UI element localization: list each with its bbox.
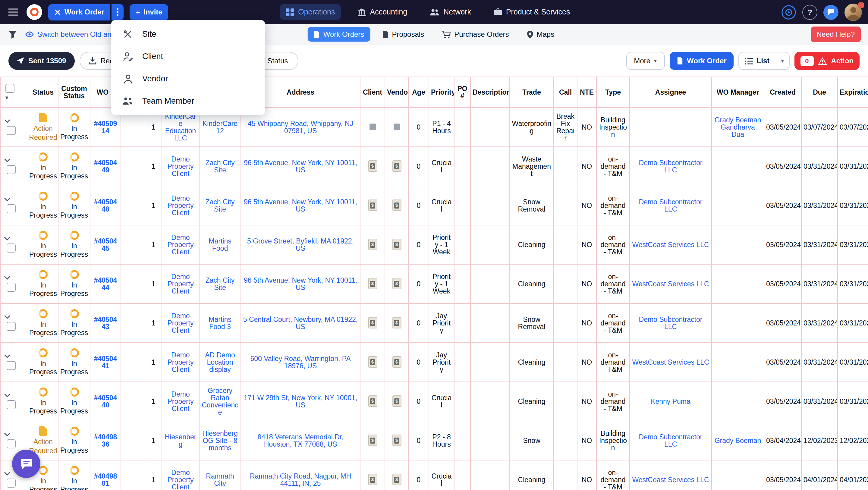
user-avatar[interactable] [844, 3, 862, 21]
wo-manager-link[interactable]: Grady Boeman Gandharva Dua [715, 116, 761, 138]
wo-number-link[interactable]: #4050448 [94, 198, 117, 213]
site-link[interactable]: Zach City Site [205, 159, 235, 174]
select-menu-caret-icon[interactable]: ▾ [5, 95, 8, 101]
tab-proposals[interactable]: Proposals [376, 27, 430, 41]
wo-number-link[interactable]: #4050444 [94, 277, 117, 291]
row-expand-chevron-icon[interactable] [4, 394, 10, 397]
tab-work-orders[interactable]: Work Orders [308, 27, 370, 41]
client-link[interactable]: Demo Property Client [167, 391, 194, 412]
column-header-description[interactable]: Description [470, 77, 510, 108]
site-link[interactable]: Hiesenberg OG Site - 8 months [202, 430, 238, 452]
address-link[interactable]: 5 Central Court, Newbury, MA 01922, US [243, 316, 358, 330]
messages-icon[interactable] [824, 4, 838, 20]
address-link[interactable]: 5 Grove Street, Byfield, MA 01922, US [247, 238, 354, 252]
nav-item-product-services[interactable]: Product & Services [488, 4, 576, 20]
work-order-kebab-button[interactable] [112, 4, 124, 20]
vendor-invoice-icon[interactable] [393, 123, 400, 130]
assignee-link[interactable]: Demo Subcontractor LLC [639, 198, 703, 213]
site-link[interactable]: Martins Food [209, 238, 231, 252]
address-link[interactable]: 96 5th Avenue, New York, NY 10011, US [244, 277, 357, 291]
row-expand-chevron-icon[interactable] [4, 315, 10, 319]
chat-launcher-button[interactable] [12, 450, 40, 478]
filter-icon[interactable] [7, 29, 18, 39]
column-header-status[interactable]: Status [28, 77, 58, 108]
site-link[interactable]: KinderCare 12 [203, 120, 238, 134]
client-link[interactable]: Demo Property Client [167, 469, 194, 490]
client-link[interactable]: Demo Property Client [167, 195, 194, 216]
menu-item-site[interactable]: Site [111, 23, 265, 45]
need-help-button[interactable]: Need Help? [810, 27, 861, 42]
wo-number-link[interactable]: #4050449 [94, 159, 117, 174]
site-link[interactable]: Grocery Ratan Convenience [202, 387, 238, 416]
hamburger-menu-icon[interactable] [6, 6, 21, 18]
client-invoice-icon[interactable] [368, 356, 377, 367]
invite-button[interactable]: + Invite [130, 4, 168, 20]
column-header-due[interactable]: Due [801, 77, 838, 108]
row-expand-chevron-icon[interactable] [4, 158, 10, 162]
tab-maps[interactable]: Maps [521, 27, 561, 41]
nav-item-operations[interactable]: Operations [280, 4, 341, 20]
column-header-nte[interactable]: NTE [577, 77, 596, 108]
row-checkbox[interactable] [7, 165, 16, 174]
row-checkbox[interactable] [7, 400, 16, 409]
more-button[interactable]: More ▾ [626, 52, 664, 70]
assignee-link[interactable]: WestCoast Services LLC [632, 241, 709, 248]
address-link[interactable]: 96 5th Avenue, New York, NY 10011, US [244, 198, 357, 213]
assignee-link[interactable]: WestCoast Services LLC [632, 359, 709, 366]
column-header-vendor[interactable]: Vendor [385, 77, 408, 108]
site-link[interactable]: Ramnath City [206, 472, 234, 487]
client-link[interactable]: Demo Property Client [167, 273, 194, 295]
row-checkbox[interactable] [7, 244, 16, 252]
column-header-priority[interactable]: Priority [429, 77, 454, 108]
menu-item-vendor[interactable]: Vendor [111, 67, 265, 90]
wo-number-link[interactable]: #4049836 [94, 433, 117, 448]
site-link[interactable]: Martins Food 3 [209, 316, 231, 330]
wo-manager-link[interactable]: Grady Boeman [715, 437, 761, 444]
new-work-order-button[interactable]: Work Order [670, 52, 734, 70]
client-link[interactable]: Demo Property Client [167, 234, 194, 255]
wo-number-link[interactable]: #4050443 [94, 316, 117, 330]
site-link[interactable]: Zach City Site [205, 277, 235, 291]
company-logo[interactable] [27, 4, 42, 20]
row-checkbox[interactable] [7, 204, 16, 213]
menu-item-client[interactable]: Client [111, 45, 265, 67]
row-expand-chevron-icon[interactable] [4, 119, 10, 123]
menu-item-team-member[interactable]: Team Member [111, 90, 265, 112]
assignee-link[interactable]: Demo Subcontractor LLC [639, 316, 703, 330]
vendor-invoice-icon[interactable] [392, 317, 401, 328]
client-invoice-icon[interactable] [368, 395, 377, 406]
site-link[interactable]: Zach City Site [205, 198, 235, 213]
create-work-order-button[interactable]: Work Order [48, 4, 110, 20]
assignee-link[interactable]: WestCoast Services LLC [632, 476, 709, 483]
row-checkbox[interactable] [7, 361, 16, 370]
client-invoice-icon[interactable] [368, 278, 377, 289]
vendor-invoice-icon[interactable] [392, 395, 401, 406]
client-invoice-icon[interactable] [368, 317, 377, 328]
row-expand-chevron-icon[interactable] [4, 276, 10, 280]
row-expand-chevron-icon[interactable] [4, 355, 10, 358]
vendor-invoice-icon[interactable] [392, 160, 401, 172]
wo-number-link[interactable]: #4050440 [94, 394, 117, 409]
row-checkbox[interactable] [7, 479, 16, 488]
address-link[interactable]: 8418 Veterans Memorial Dr, Houston, TX 7… [257, 433, 343, 448]
wo-number-link[interactable]: #4050914 [94, 120, 117, 134]
assignee-link[interactable]: WestCoast Services LLC [632, 280, 709, 287]
client-invoice-icon[interactable] [368, 434, 377, 446]
vendor-invoice-icon[interactable] [392, 199, 401, 211]
tab-purchase-orders[interactable]: Purchase Orders [436, 27, 515, 41]
column-header-expiration[interactable]: Expiration [838, 77, 868, 108]
vendor-invoice-icon[interactable] [392, 434, 401, 446]
action-required-button[interactable]: 0 Action [794, 52, 860, 70]
list-view-button[interactable]: List [739, 52, 776, 70]
wo-number-link[interactable]: #4050445 [94, 238, 117, 252]
explore-icon[interactable] [781, 4, 796, 20]
nav-item-network[interactable]: Network [424, 4, 477, 20]
column-header-po[interactable]: PO # [454, 77, 470, 108]
site-link[interactable]: AD Demo Location display [205, 351, 235, 373]
client-invoice-icon[interactable] [368, 238, 377, 250]
client-invoice-icon[interactable] [368, 473, 377, 485]
column-header-trade[interactable]: Trade [510, 77, 554, 108]
row-expand-chevron-icon[interactable] [4, 433, 10, 436]
wo-number-link[interactable]: #4050441 [94, 355, 117, 369]
address-link[interactable]: 96 5th Avenue, New York, NY 10011, US [244, 159, 357, 174]
